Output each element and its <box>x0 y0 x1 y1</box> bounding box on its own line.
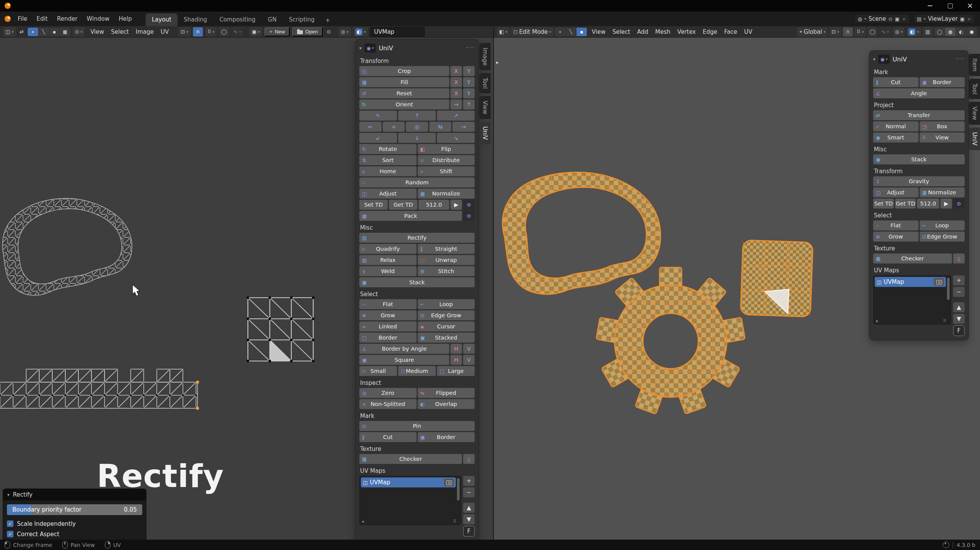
home-button[interactable]: ⌂Home <box>359 166 417 176</box>
snap-toggle[interactable]: ∩ <box>193 27 203 36</box>
uv-menu-uv[interactable]: UV <box>157 28 172 35</box>
loop-button[interactable]: ⌐Loop <box>920 220 965 230</box>
flat-button[interactable]: ⌢Flat <box>359 299 417 309</box>
pivot-dropdown-3d[interactable]: ⊡ ▾ <box>829 27 841 36</box>
sort-button[interactable]: ⇅Sort <box>359 155 417 165</box>
sticky-selection-dropdown[interactable]: ⊙ ▾ <box>73 27 85 36</box>
list-resize-grip[interactable]: ⠿ <box>943 318 946 323</box>
v3d-menu-face[interactable]: Face <box>721 28 741 35</box>
workspace-tab-layout[interactable]: Layout <box>146 13 178 26</box>
workspace-tab-gn[interactable]: GN <box>262 13 283 26</box>
button-button[interactable]: ▶ <box>940 199 952 209</box>
menu-render[interactable]: Render <box>52 15 82 22</box>
remove-uv-map-button[interactable]: − <box>463 487 475 497</box>
button-button[interactable]: ↖ <box>359 111 397 121</box>
orient-button[interactable]: ↻Orient <box>359 99 449 109</box>
random-button[interactable]: ∷Random <box>359 177 475 187</box>
show-gizmo-dropdown[interactable]: ◎ ▾ <box>893 27 905 36</box>
workspace-tab-scripting[interactable]: Scripting <box>283 13 321 26</box>
overlap-button[interactable]: ◐Overlap <box>418 399 475 409</box>
snap-settings-dropdown-3d[interactable]: ⠿ ▾ <box>854 27 866 36</box>
snap-settings-dropdown[interactable]: ⠿ ▾ <box>205 27 217 36</box>
move-uv-map-up-button[interactable]: ▲ <box>463 503 475 513</box>
list-expand-icon[interactable]: ▸ <box>876 318 879 323</box>
panel-drag-grip[interactable] <box>955 56 965 63</box>
view-button[interactable]: ⠿View <box>920 133 965 142</box>
tab-image[interactable]: Image <box>479 43 491 70</box>
settings-button[interactable]: ⚙ <box>463 200 475 210</box>
material-shading-button[interactable]: ◐ <box>956 28 966 36</box>
normalize-button[interactable]: ▦Normalize <box>920 187 965 197</box>
smart-button[interactable]: ◉Smart <box>873 133 919 142</box>
button-button[interactable]: ◎ <box>406 122 428 132</box>
move-uv-map-down-button[interactable]: ▼ <box>463 514 475 524</box>
menu-window[interactable]: Window <box>82 15 114 22</box>
weld-button[interactable]: ∨Weld <box>359 266 417 276</box>
island-select-mode-button[interactable]: ▩ <box>60 28 70 36</box>
menu-edit[interactable]: Edit <box>32 15 52 22</box>
correct-aspect-checkbox[interactable] <box>7 531 13 537</box>
uv-map-item[interactable]: ◫UVMap <box>875 277 946 287</box>
v3d-menu-add[interactable]: Add <box>634 28 652 35</box>
edge-grow-button[interactable]: ⊡Edge Grow <box>418 310 475 320</box>
y-button[interactable]: Y <box>463 66 475 76</box>
wireframe-shading-button[interactable]: ◯ <box>934 28 945 36</box>
vertex-select-mode-button[interactable]: ∙ <box>28 28 38 36</box>
y-button[interactable]: Y <box>463 88 475 98</box>
set-td-button[interactable]: Set TD <box>873 199 894 209</box>
workspace-tab-compositing[interactable]: Compositing <box>213 13 262 26</box>
editor-type-dropdown[interactable]: ◫ ▾ <box>3 27 16 36</box>
flat-button[interactable]: ⌢Flat <box>873 220 919 230</box>
add-uv-map-button[interactable]: + <box>953 275 965 285</box>
v-button[interactable]: V <box>463 344 475 354</box>
menu-file[interactable]: File <box>13 15 32 22</box>
stack-button[interactable]: ▣Stack <box>359 277 475 287</box>
checker-button[interactable]: ▦Checker <box>873 253 952 263</box>
button-button[interactable]: ⇆ <box>429 122 452 132</box>
x-button[interactable]: X <box>450 88 462 98</box>
mesh-rounded-cube[interactable] <box>741 240 813 317</box>
vertex-select-mode-button[interactable]: ∙ <box>555 28 565 36</box>
edge-grow-button[interactable]: ⊡Edge Grow <box>920 232 965 242</box>
pivot-dropdown[interactable]: ⊡ ▾ <box>178 27 190 36</box>
transfer-button[interactable]: ⇄Transfer <box>873 110 965 120</box>
settings-button[interactable]: ⚙ <box>463 211 475 221</box>
quadrify-button[interactable]: ▷Quadrify <box>359 244 417 254</box>
editor-splitter[interactable] <box>493 26 494 540</box>
get-td-button[interactable]: Get TD <box>389 200 417 210</box>
uv-island-strip[interactable] <box>0 369 199 410</box>
uv-menu-image[interactable]: Image <box>132 28 157 35</box>
large-button[interactable]: □Large <box>437 366 475 376</box>
move-uv-map-down-button[interactable]: ▼ <box>953 314 965 324</box>
trash-button[interactable]: ▯ <box>463 454 475 464</box>
collapse-chevron-icon[interactable]: ▾ <box>359 46 362 51</box>
button-button[interactable]: ↓ <box>398 133 436 143</box>
button-button[interactable]: ↑ <box>398 111 436 121</box>
stack-button[interactable]: ▣Stack <box>873 154 965 164</box>
remove-scene-icon[interactable]: × <box>902 16 906 22</box>
button-button[interactable]: ▶ <box>450 200 462 210</box>
stitch-button[interactable]: ⊞Stitch <box>418 266 475 276</box>
set-td-button[interactable]: Set TD <box>359 200 388 210</box>
transform-orientation-dropdown[interactable]: ⌖ Global ▾ <box>797 27 828 36</box>
proportional-editing-toggle-3d[interactable]: ◯ <box>867 27 877 36</box>
toolbar-expand-arrow[interactable]: ▸ <box>496 59 499 65</box>
angle-button[interactable]: ∠Angle <box>873 88 965 98</box>
zero-button[interactable]: ◎Zero <box>359 388 417 398</box>
list-scrollbar[interactable] <box>947 278 950 300</box>
add-workspace-button[interactable]: + <box>321 17 335 26</box>
overlays-dropdown[interactable]: ◐ ▾ <box>353 27 368 36</box>
v3d-menu-view[interactable]: View <box>588 28 609 35</box>
normalize-button[interactable]: ▦Normalize <box>418 189 475 199</box>
button-button[interactable]: ↗ <box>437 111 475 121</box>
open-image-button[interactable]: Open <box>292 27 323 36</box>
move-uv-map-up-button[interactable]: ▲ <box>953 302 965 312</box>
v3d-menu-uv[interactable]: UV <box>741 28 756 35</box>
adjust-button[interactable]: ◫Adjust <box>359 189 417 199</box>
button-button[interactable]: → <box>450 99 462 109</box>
box-button[interactable]: ◳Box <box>920 121 965 131</box>
list-scrollbar[interactable] <box>457 478 460 500</box>
cursor-button[interactable]: ◈Cursor <box>418 321 475 331</box>
x-button[interactable]: X <box>450 77 462 87</box>
tab-univ[interactable]: UniV <box>479 122 491 144</box>
